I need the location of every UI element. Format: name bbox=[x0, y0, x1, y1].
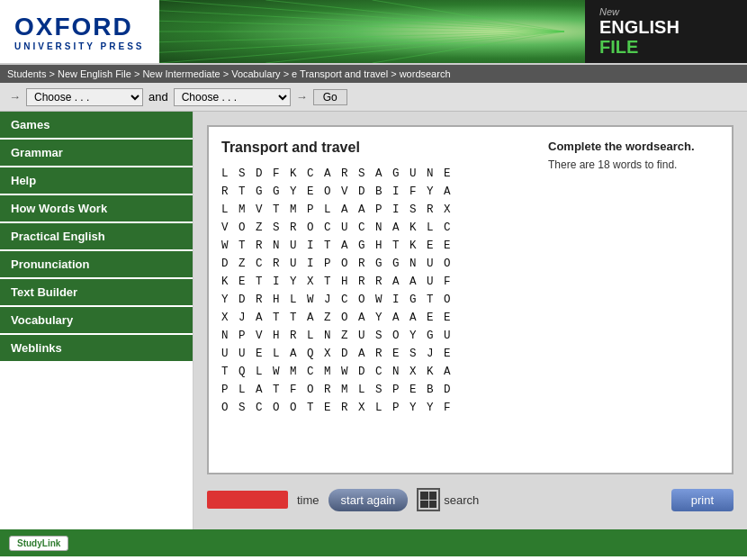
svg-line-0 bbox=[159, 0, 564, 32]
grid-row-10: U U E L A Q X D A R E S J E bbox=[221, 345, 534, 363]
svg-line-7 bbox=[266, 0, 563, 32]
grid-row-3: V O Z S R O C U C N A K L C bbox=[221, 219, 534, 237]
print-button[interactable]: print bbox=[671, 489, 734, 511]
svg-line-6 bbox=[159, 32, 564, 63]
wordsearch-grid: L S D F K C A R S A G U N E R T G G Y E … bbox=[221, 165, 534, 417]
grid-row-13: O S C O O T E R X L P Y Y F bbox=[221, 399, 534, 417]
nef-english: ENGLISH bbox=[599, 17, 680, 37]
arrow-right-icon-2: → bbox=[296, 90, 308, 104]
breadcrumb: Students > New English File > New Interm… bbox=[0, 65, 747, 83]
wordsearch-container: Transport and travel L S D F K C A R S A… bbox=[207, 125, 734, 474]
svg-line-8 bbox=[266, 32, 563, 63]
oxford-logo: OXFORD UNIVERSITY PRESS bbox=[0, 0, 159, 63]
footer: StudyLink bbox=[0, 529, 747, 556]
search-button[interactable]: search bbox=[417, 488, 479, 511]
oxford-sub: UNIVERSITY PRESS bbox=[14, 41, 145, 51]
wordsearch-left: Transport and travel L S D F K C A R S A… bbox=[221, 140, 534, 460]
go-button[interactable]: Go bbox=[313, 89, 347, 105]
grid-row-9: N P V H R L N Z U S O Y G U bbox=[221, 327, 534, 345]
svg-line-5 bbox=[159, 32, 564, 52]
timer-bar bbox=[207, 491, 288, 509]
grid-row-1: R T G G Y E O V D B I F Y A bbox=[221, 183, 534, 201]
svg-line-4 bbox=[159, 32, 564, 42]
sidebar-item-grammar[interactable]: Grammar bbox=[0, 140, 193, 167]
sidebar-item-games[interactable]: Games bbox=[0, 112, 193, 140]
grid-row-2: L M V T M P L A A P I S R X bbox=[221, 201, 534, 219]
and-label: and bbox=[148, 90, 168, 104]
oxford-title: OXFORD bbox=[14, 13, 145, 41]
arrow-right-icon: → bbox=[9, 90, 21, 104]
svg-line-2 bbox=[159, 21, 564, 32]
sidebar-item-help[interactable]: Help bbox=[0, 167, 193, 195]
sidebar-item-vocabulary[interactable]: Vocabulary bbox=[0, 307, 193, 335]
grid-row-0: L S D F K C A R S A G U N E bbox=[221, 165, 534, 183]
content-area: Transport and travel L S D F K C A R S A… bbox=[194, 112, 747, 529]
grid-row-8: X J A T T A Z O A Y A A E E bbox=[221, 309, 534, 327]
nef-title: ENGLISH FILE bbox=[599, 17, 680, 57]
nef-file: FILE bbox=[599, 37, 638, 57]
grid-row-12: P L A T F O R M L S P E B D bbox=[221, 381, 534, 399]
sidebar-item-pronunciation[interactable]: Pronunciation bbox=[0, 251, 193, 279]
sidebar-item-weblinks[interactable]: Weblinks bbox=[0, 335, 193, 363]
sidebar: Games Grammar Help How Words Work Practi… bbox=[0, 112, 194, 529]
complete-title: Complete the wordsearch. bbox=[548, 140, 719, 153]
nef-new-label: New bbox=[599, 6, 619, 17]
choose-select-2[interactable]: Choose . . . bbox=[174, 88, 291, 106]
sidebar-item-text-builder[interactable]: Text Builder bbox=[0, 279, 193, 307]
start-again-button[interactable]: start again bbox=[328, 489, 409, 511]
bottom-controls: time start again search print bbox=[207, 483, 734, 516]
wordsearch-right: Complete the wordsearch. There are 18 wo… bbox=[548, 140, 719, 460]
sidebar-item-practical-english[interactable]: Practical English bbox=[0, 223, 193, 251]
search-label: search bbox=[444, 493, 479, 507]
search-grid-icon bbox=[417, 488, 440, 511]
study-link[interactable]: StudyLink bbox=[9, 536, 68, 551]
grid-row-5: D Z C R U I P O R G G N U O bbox=[221, 255, 534, 273]
grid-row-11: T Q L W M C M W D C N X K A bbox=[221, 363, 534, 381]
sidebar-item-how-words-work[interactable]: How Words Work bbox=[0, 195, 193, 223]
complete-text: There are 18 words to find. bbox=[548, 158, 719, 171]
grid-row-7: Y D R H L W J C O W I G T O bbox=[221, 291, 534, 309]
nef-logo: New ENGLISH FILE bbox=[585, 0, 747, 63]
grid-row-6: K E T I Y X T H R R A A U F bbox=[221, 273, 534, 291]
wordsearch-title: Transport and travel bbox=[221, 140, 534, 156]
grid-row-4: W T R N U I T A G H T K E E bbox=[221, 237, 534, 255]
choose-select-1[interactable]: Choose . . . bbox=[26, 88, 143, 106]
svg-line-1 bbox=[159, 11, 564, 32]
time-label: time bbox=[297, 493, 320, 507]
